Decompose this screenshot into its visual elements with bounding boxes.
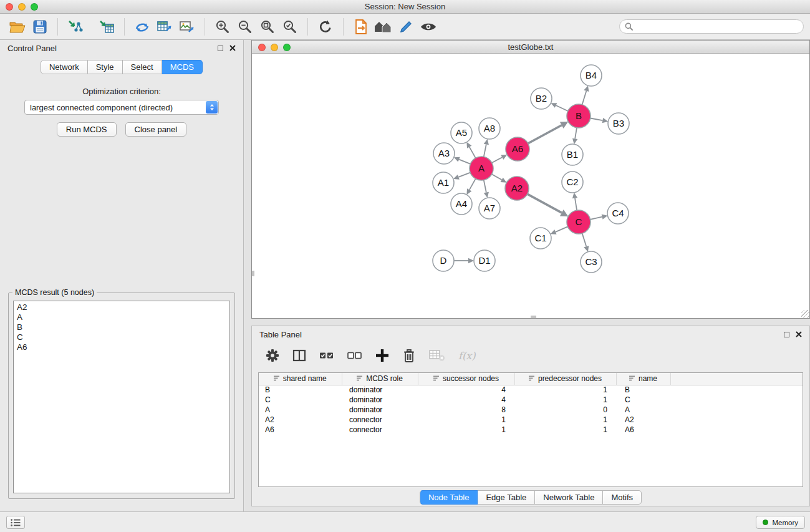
cell-successor-nodes[interactable]: 1	[418, 415, 514, 425]
node-table[interactable]: shared nameMCDS rolesuccessor nodesprede…	[258, 372, 803, 487]
mcds-result-list[interactable]: A2ABCA6	[13, 301, 230, 493]
import-table-icon[interactable]	[95, 16, 118, 38]
export-table-icon[interactable]	[153, 16, 176, 38]
tab-network[interactable]: Network	[41, 60, 88, 74]
function-builder-icon[interactable]: f(x)	[458, 350, 475, 362]
column-header-predecessor-nodes[interactable]: predecessor nodes	[514, 373, 616, 385]
table-row[interactable]: Cdominator41C	[259, 395, 803, 405]
memory-button[interactable]: Memory	[756, 516, 805, 529]
column-header-name[interactable]: name	[616, 373, 670, 385]
zoom-selected-icon[interactable]	[279, 16, 301, 38]
save-session-icon[interactable]	[29, 16, 51, 38]
delete-table-icon[interactable]	[429, 349, 445, 362]
network-window[interactable]: testGlobe.txt AA1A2A3A4A5A6A7A8BB1B2B3B4…	[251, 40, 810, 319]
cell-successor-nodes[interactable]: 1	[418, 425, 514, 435]
mcds-result-item[interactable]: A2	[14, 302, 229, 312]
task-history-button[interactable]	[6, 516, 25, 529]
graph-edge-A-A6[interactable]	[492, 157, 503, 163]
select-all-icon[interactable]	[319, 351, 334, 360]
cell-successor-nodes[interactable]: 4	[418, 385, 514, 395]
network-canvas[interactable]: AA1A2A3A4A5A6A7A8BB1B2B3B4CC1C2C3C4DD1	[252, 54, 809, 318]
cell-successor-nodes[interactable]: 8	[418, 405, 514, 415]
cell-MCDS-role[interactable]: connector	[342, 415, 418, 425]
table-row[interactable]: Bdominator41B	[259, 385, 803, 395]
cell-shared-name[interactable]: A6	[259, 425, 342, 435]
search-input[interactable]	[636, 22, 798, 31]
graph-edge-A6-B[interactable]	[528, 125, 562, 143]
app-titlebar[interactable]: Session: New Session	[0, 0, 810, 14]
graph-edge-A-A7[interactable]	[484, 180, 486, 193]
column-header-successor-nodes[interactable]: successor nodes	[418, 373, 514, 385]
close-panel-icon[interactable]	[796, 331, 802, 337]
tab-node-table[interactable]: Node Table	[420, 490, 478, 505]
cell-shared-name[interactable]: B	[259, 385, 342, 395]
eye-icon[interactable]	[417, 16, 440, 38]
tab-edge-table[interactable]: Edge Table	[478, 490, 535, 505]
mcds-result-item[interactable]: C	[14, 332, 229, 342]
graph-edge-C-C2[interactable]	[575, 198, 577, 211]
close-panel-button[interactable]: Close panel	[125, 122, 187, 137]
cell-predecessor-nodes[interactable]: 1	[514, 395, 616, 405]
cell-MCDS-role[interactable]: connector	[342, 425, 418, 435]
close-panel-icon[interactable]	[229, 45, 236, 51]
graph-edge-B-B2[interactable]	[556, 105, 568, 111]
cell-name[interactable]: C	[616, 395, 670, 405]
home-icon[interactable]	[372, 16, 395, 38]
cell-MCDS-role[interactable]: dominator	[342, 405, 418, 415]
cell-MCDS-role[interactable]: dominator	[342, 395, 418, 405]
zoom-out-icon[interactable]	[234, 16, 256, 38]
cell-predecessor-nodes[interactable]: 1	[514, 385, 616, 395]
delete-row-icon[interactable]	[402, 349, 416, 363]
graph-edge-A2-C[interactable]	[528, 194, 562, 213]
mcds-result-item[interactable]: B	[14, 322, 229, 332]
column-header-MCDS-role[interactable]: MCDS role	[342, 373, 418, 385]
tab-motifs[interactable]: Motifs	[603, 490, 642, 505]
graph-edge-A-A4[interactable]	[470, 179, 476, 190]
search-box[interactable]	[619, 19, 804, 34]
cell-predecessor-nodes[interactable]: 0	[514, 405, 616, 415]
network-window-titlebar[interactable]: testGlobe.txt	[252, 41, 809, 54]
cell-shared-name[interactable]: C	[259, 395, 342, 405]
float-panel-icon[interactable]	[218, 46, 223, 51]
add-row-icon[interactable]	[375, 349, 389, 362]
graph-edge-A-A3[interactable]	[459, 160, 470, 164]
open-session-icon[interactable]	[6, 16, 29, 38]
zoom-fit-icon[interactable]	[256, 16, 279, 38]
export-network-icon[interactable]	[131, 16, 153, 38]
graph-edge-A-A8[interactable]	[484, 144, 486, 157]
deselect-all-icon[interactable]	[347, 351, 362, 360]
cell-name[interactable]: A2	[616, 415, 670, 425]
document-icon[interactable]	[350, 16, 372, 38]
tab-mcds[interactable]: MCDS	[162, 60, 203, 74]
column-visibility-icon[interactable]	[292, 349, 306, 362]
cell-shared-name[interactable]: A	[259, 405, 342, 415]
cell-successor-nodes[interactable]: 4	[418, 395, 514, 405]
import-network-icon[interactable]	[64, 16, 87, 38]
style-brush-icon[interactable]	[395, 16, 417, 38]
graph-edge-B-B1[interactable]	[575, 128, 577, 139]
cell-predecessor-nodes[interactable]: 1	[514, 415, 616, 425]
tab-select[interactable]: Select	[123, 60, 162, 74]
mcds-result-item[interactable]: A	[14, 312, 229, 322]
float-panel-icon[interactable]	[784, 332, 789, 337]
graph-edge-A-A2[interactable]	[492, 174, 502, 180]
cell-name[interactable]: A6	[616, 425, 670, 435]
graph-edge-A-A1[interactable]	[458, 173, 470, 177]
table-row[interactable]: A2connector11A2	[259, 415, 803, 425]
graph-edge-B-B3[interactable]	[591, 118, 603, 121]
mcds-result-item[interactable]: A6	[14, 342, 229, 352]
cell-shared-name[interactable]: A2	[259, 415, 342, 425]
cell-name[interactable]: A	[616, 405, 670, 415]
optimization-criterion-select[interactable]: largest connected component (directed)	[24, 100, 219, 115]
resize-handle[interactable]	[801, 310, 809, 318]
export-image-icon[interactable]	[176, 16, 198, 38]
cell-MCDS-role[interactable]: dominator	[342, 385, 418, 395]
graph-edge-C-C1[interactable]	[556, 226, 568, 231]
column-header-shared-name[interactable]: shared name	[259, 373, 342, 385]
graph-edge-B-B4[interactable]	[582, 91, 587, 105]
run-mcds-button[interactable]: Run MCDS	[57, 122, 117, 137]
apply-layout-icon[interactable]	[314, 16, 337, 38]
cell-predecessor-nodes[interactable]: 1	[514, 425, 616, 435]
table-row[interactable]: Adominator80A	[259, 405, 803, 415]
table-row[interactable]: A6connector11A6	[259, 425, 803, 435]
